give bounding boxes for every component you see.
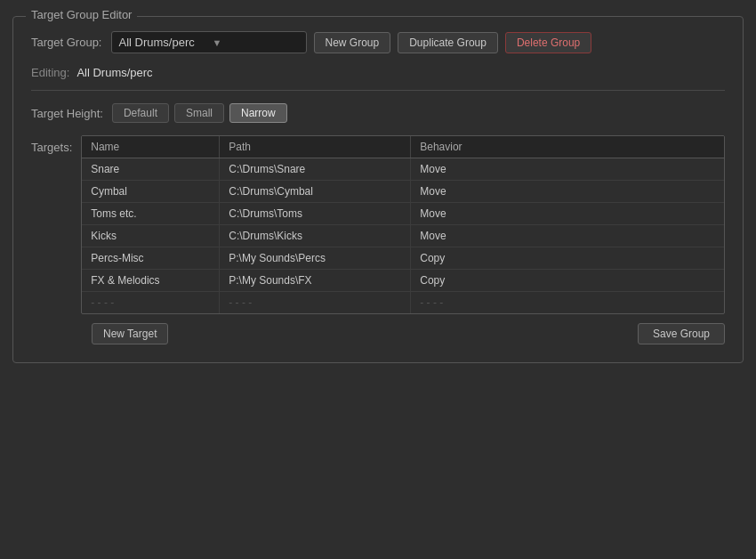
cell-behavior: Copy xyxy=(411,247,482,269)
cell-behavior: Move xyxy=(411,225,482,247)
target-group-dropdown[interactable]: All Drums/perc ▼ xyxy=(111,31,307,53)
table-row[interactable]: - - - -- - - -- - - - xyxy=(82,292,724,313)
height-default-button[interactable]: Default xyxy=(112,103,169,123)
editing-name: All Drums/perc xyxy=(76,66,152,79)
cell-path: P:\My Sounds\Percs xyxy=(220,247,411,269)
targets-table: Name Path Behavior SnareC:\Drums\SnareMo… xyxy=(81,135,725,314)
table-header: Name Path Behavior xyxy=(82,136,724,158)
target-height-label: Target Height: xyxy=(31,107,103,120)
table-row[interactable]: Toms etc.C:\Drums\TomsMove xyxy=(82,203,724,225)
cell-path: C:\Drums\Toms xyxy=(220,203,411,224)
cell-behavior: Move xyxy=(411,181,482,202)
cell-name: FX & Melodics xyxy=(82,270,220,291)
panel-title: Target Group Editor xyxy=(26,8,137,21)
bottom-row: New Target Save Group xyxy=(31,323,725,344)
cell-path: C:\Drums\Kicks xyxy=(220,225,411,247)
dropdown-arrow-icon: ▼ xyxy=(213,37,299,48)
cell-name: Percs-Misc xyxy=(82,247,220,269)
targets-section: Targets: Name Path Behavior SnareC:\Drum… xyxy=(31,135,725,314)
cell-behavior: Move xyxy=(411,158,482,180)
col-header-behavior: Behavior xyxy=(411,136,482,158)
height-small-button[interactable]: Small xyxy=(174,103,224,123)
table-body: SnareC:\Drums\SnareMoveCymbalC:\Drums\Cy… xyxy=(82,158,724,313)
main-panel: Target Group Editor Target Group: All Dr… xyxy=(12,16,744,363)
table-row[interactable]: FX & MelodicsP:\My Sounds\FXCopy xyxy=(82,270,724,292)
table-row[interactable]: KicksC:\Drums\KicksMove xyxy=(82,225,724,247)
save-group-button[interactable]: Save Group xyxy=(638,323,725,344)
duplicate-group-button[interactable]: Duplicate Group xyxy=(398,32,498,53)
target-height-row: Target Height: Default Small Narrow xyxy=(31,103,725,123)
height-narrow-button[interactable]: Narrow xyxy=(229,103,287,123)
new-group-button[interactable]: New Group xyxy=(314,32,391,53)
col-header-path: Path xyxy=(220,136,411,158)
cell-path: C:\Drums\Cymbal xyxy=(220,181,411,202)
cell-name: - - - - xyxy=(82,292,220,313)
cell-behavior: Copy xyxy=(411,270,482,291)
targets-label: Targets: xyxy=(31,135,72,154)
cell-name: Snare xyxy=(82,158,220,180)
col-header-name: Name xyxy=(82,136,220,158)
cell-path: - - - - xyxy=(220,292,411,313)
target-group-label: Target Group: xyxy=(31,36,102,49)
new-target-button[interactable]: New Target xyxy=(92,323,168,344)
table-row[interactable]: SnareC:\Drums\SnareMove xyxy=(82,158,724,181)
editing-row: Editing: All Drums/perc xyxy=(31,66,725,91)
table-row[interactable]: Percs-MiscP:\My Sounds\PercsCopy xyxy=(82,247,724,270)
editing-label: Editing: xyxy=(31,66,69,79)
cell-path: P:\My Sounds\FX xyxy=(220,270,411,291)
cell-name: Cymbal xyxy=(82,181,220,202)
cell-name: Toms etc. xyxy=(82,203,220,224)
target-group-row: Target Group: All Drums/perc ▼ New Group… xyxy=(31,31,725,53)
delete-group-button[interactable]: Delete Group xyxy=(505,32,591,53)
cell-path: C:\Drums\Snare xyxy=(220,158,411,180)
table-row[interactable]: CymbalC:\Drums\CymbalMove xyxy=(82,181,724,203)
target-group-value: All Drums/perc xyxy=(119,36,205,49)
cell-behavior: - - - - xyxy=(411,292,482,313)
cell-behavior: Move xyxy=(411,203,482,224)
cell-name: Kicks xyxy=(82,225,220,247)
